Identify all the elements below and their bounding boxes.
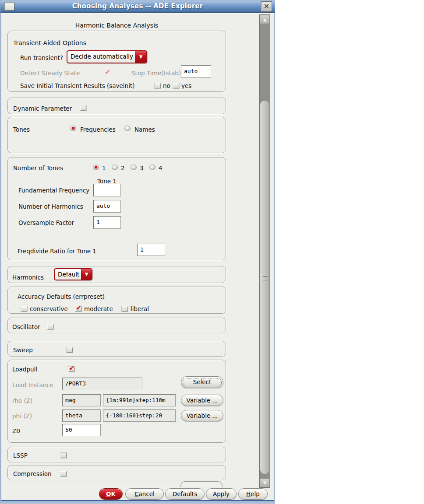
cancel-button[interactable]: Cancel <box>125 488 164 500</box>
oversample-factor-input[interactable]: 1 <box>93 216 121 229</box>
harmonics-dropdown[interactable]: Default ▼ <box>54 268 92 280</box>
tones-names-label: Names <box>134 126 155 133</box>
saveinit-no-label: no <box>163 82 170 89</box>
run-transient-label: Run transient? <box>20 54 63 61</box>
tone-count-1-radio[interactable] <box>93 164 99 170</box>
clipped-button-top <box>180 481 223 487</box>
rho-variable-button[interactable]: Variable ... <box>181 395 223 406</box>
dynamic-parameter-label: Dynamic Parameter <box>13 105 72 112</box>
accuracy-moderate-label: moderate <box>84 305 113 312</box>
window-bottom-edge <box>1 500 274 501</box>
run-transient-value: Decide automatically <box>67 51 135 63</box>
tone-count-4-radio[interactable] <box>149 164 155 170</box>
stop-time-input[interactable]: auto <box>181 65 211 78</box>
tone-count-2-label: 2 <box>121 164 125 172</box>
stop-time-label: Stop Time(tstab) <box>131 70 181 77</box>
harmonics-label: Harmonics <box>12 274 44 281</box>
chevron-down-icon: ▼ <box>81 269 92 280</box>
tone-count-3-radio[interactable] <box>131 164 137 170</box>
detect-steady-state-label: Detect Steady State <box>20 70 80 77</box>
close-icon: ✕ <box>264 2 269 10</box>
oversample-factor-label: Oversample Factor <box>18 219 74 226</box>
run-transient-dropdown[interactable]: Decide automatically ▼ <box>67 50 147 63</box>
tone-count-2-radio[interactable] <box>112 164 118 170</box>
loadpull-label: Loadpull <box>12 366 37 373</box>
saveinit-no-checkbox[interactable] <box>155 83 161 88</box>
saveinit-yes-checkbox[interactable] <box>173 83 179 88</box>
close-button[interactable]: ✕ <box>261 1 272 12</box>
analysis-heading: Harmonic Balance Analysis <box>7 22 226 29</box>
select-button[interactable]: Select <box>181 376 223 388</box>
number-of-harmonics-label: Number of Harmonics <box>18 203 83 210</box>
scroll-up-button[interactable]: ▲ <box>260 15 270 24</box>
tones-group <box>7 117 226 153</box>
harmonics-value: Default <box>55 269 81 280</box>
phi-range-input[interactable]: {-180:160}step:20 <box>103 410 176 422</box>
accuracy-moderate-checkbox[interactable] <box>75 306 81 312</box>
tones-frequencies-label: Frequencies <box>80 126 116 133</box>
tone-count-1-label: 1 <box>102 164 106 172</box>
vertical-scrollbar[interactable]: ▲ ▼ <box>259 14 270 488</box>
phi-variable-button[interactable]: Variable ... <box>181 410 223 421</box>
fundamental-frequency-input[interactable] <box>93 184 121 196</box>
dynamic-parameter-checkbox[interactable] <box>80 105 86 111</box>
scroll-up-icon: ▲ <box>263 17 267 22</box>
saveinit-label: Save Initial Transient Results (saveinit… <box>20 82 134 89</box>
apply-button[interactable]: Apply <box>206 488 237 500</box>
lssp-group <box>7 447 226 462</box>
lssp-label: LSSP <box>13 452 28 459</box>
z0-label: Z0 <box>12 427 20 434</box>
page: Choosing Analyses -- ADE Explorer ✕ Harm… <box>0 0 424 504</box>
load-instance-label: Load Instance <box>12 382 53 388</box>
rho-range-input[interactable]: {1m:991m}step:110m <box>103 394 176 406</box>
fundamental-frequency-label: Fundamental Frequency <box>18 187 89 194</box>
scroll-down-button[interactable]: ▼ <box>260 478 270 487</box>
chevron-down-icon: ▼ <box>135 51 146 63</box>
sweep-label: Sweep <box>13 346 33 354</box>
sweep-checkbox[interactable] <box>67 347 73 353</box>
accuracy-conservative-checkbox[interactable] <box>21 306 27 312</box>
scroll-down-icon: ▼ <box>263 480 267 485</box>
oscillator-checkbox[interactable] <box>47 324 53 329</box>
z0-input[interactable]: 50 <box>62 424 101 436</box>
rho-label: rho (Z) <box>12 397 32 404</box>
oscillator-label: Oscillator <box>12 323 40 330</box>
transient-group-label: Transient-Aided Options <box>13 39 86 46</box>
freqdivide-ratio-label: Freqdivide Ratio for Tone 1 <box>18 248 96 255</box>
window-title: Choosing Analyses -- ADE Explorer <box>0 2 275 10</box>
rho-param-input[interactable]: mag <box>62 394 101 406</box>
load-instance-input[interactable]: /PORT3 <box>62 378 142 390</box>
accuracy-conservative-label: conservative <box>30 305 68 312</box>
accuracy-defaults-label: Accuracy Defaults (errpreset) <box>18 293 105 300</box>
compression-label: Compression <box>13 470 52 477</box>
saveinit-yes-label: yes <box>181 82 191 89</box>
phi-label: phi (Z) <box>12 413 32 420</box>
accuracy-liberal-label: liberal <box>131 305 149 312</box>
ok-button[interactable]: OK <box>99 488 123 500</box>
number-of-tones-label: Number of Tones <box>13 164 63 172</box>
sweep-group <box>7 341 226 357</box>
phi-param-input[interactable]: theta <box>62 410 101 422</box>
titlebar[interactable]: Choosing Analyses -- ADE Explorer ✕ <box>0 0 275 13</box>
number-of-harmonics-input[interactable]: auto <box>93 200 121 213</box>
lssp-checkbox[interactable] <box>60 453 67 458</box>
detect-steady-state-checkbox[interactable] <box>104 70 110 76</box>
tone-count-4-label: 4 <box>159 164 163 172</box>
loadpull-checkbox[interactable] <box>68 367 74 372</box>
tones-names-radio[interactable] <box>124 126 131 131</box>
tone-count-3-label: 3 <box>140 164 144 172</box>
accuracy-liberal-checkbox[interactable] <box>122 306 128 312</box>
help-button[interactable]: Help <box>238 488 268 500</box>
dialog-window: Choosing Analyses -- ADE Explorer ✕ Harm… <box>0 0 275 504</box>
scrollbar-grip <box>263 276 268 280</box>
compression-checkbox[interactable] <box>60 471 67 476</box>
tones-label: Tones <box>13 126 30 133</box>
tones-frequencies-radio[interactable] <box>70 126 76 131</box>
freqdivide-ratio-input[interactable]: 1 <box>137 244 165 256</box>
scrollbar-thumb[interactable] <box>260 100 270 474</box>
defaults-button[interactable]: Defaults <box>165 488 205 500</box>
